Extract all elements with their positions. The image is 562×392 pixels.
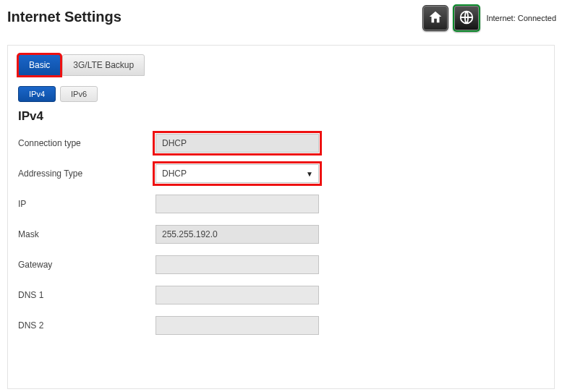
home-button[interactable] (422, 5, 448, 31)
section-title: IPv4 (18, 109, 544, 124)
dns1-value (156, 286, 319, 304)
ip-version-tabs: IPv4 IPv6 (18, 86, 544, 102)
addressing-type-select[interactable]: DHCP (156, 164, 319, 183)
gateway-value (156, 255, 319, 274)
addressing-type-label: Addressing Type (18, 169, 156, 179)
dns2-label: DNS 2 (18, 320, 156, 331)
settings-panel: Basic 3G/LTE Backup IPv4 IPv6 IPv4 Conne… (7, 45, 555, 389)
tab-basic[interactable]: Basic (18, 54, 61, 76)
subtab-ipv6[interactable]: IPv6 (60, 86, 98, 102)
subtab-ipv4[interactable]: IPv4 (18, 86, 56, 102)
internet-status-button[interactable] (453, 4, 480, 32)
connection-type-value: DHCP (156, 134, 319, 153)
dns1-label: DNS 1 (18, 290, 156, 300)
connection-type-label: Connection type (18, 138, 156, 148)
mask-value: 255.255.192.0 (156, 225, 319, 244)
main-tabs: Basic 3G/LTE Backup (18, 54, 544, 76)
dns2-value (156, 316, 319, 335)
home-icon (427, 9, 443, 27)
gateway-label: Gateway (18, 260, 156, 270)
ip-label: IP (18, 199, 156, 209)
mask-label: Mask (18, 229, 156, 239)
internet-status-label: Internet: Connected (486, 14, 556, 22)
globe-icon (459, 9, 474, 27)
ip-value (156, 195, 319, 213)
tab-3g-lte-backup[interactable]: 3G/LTE Backup (62, 54, 145, 76)
